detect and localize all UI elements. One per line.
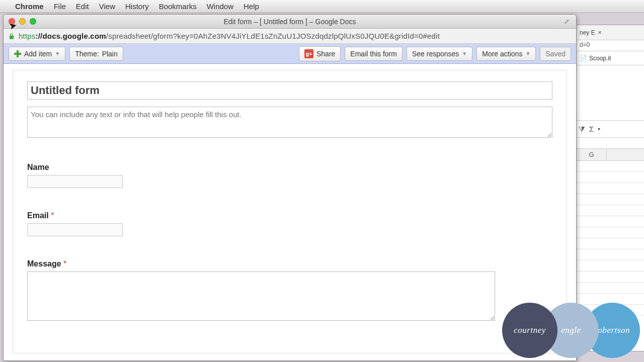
bg-bookmark-label[interactable]: Scoop.it — [589, 55, 611, 62]
question-label: Message * — [27, 259, 552, 268]
dropdown-caret-icon[interactable]: ▾ — [598, 126, 600, 132]
required-mark: * — [51, 211, 54, 220]
bg-row[interactable] — [577, 183, 644, 194]
email-input[interactable] — [27, 223, 123, 236]
theme-button[interactable]: Theme: Plain — [69, 47, 123, 61]
forms-toolbar: Add item ▼ Theme: Plain g+ Share Email t… — [4, 44, 576, 64]
bg-row[interactable] — [577, 283, 644, 294]
chevron-down-icon: ▼ — [462, 51, 467, 56]
lock-icon — [8, 32, 16, 40]
add-item-label: Add item — [24, 50, 52, 58]
bg-tabstrip: ney E × Co — [577, 25, 644, 40]
menubar-edit[interactable]: Edit — [76, 2, 89, 11]
question-label-text: Message — [27, 259, 61, 268]
sigma-icon[interactable]: Σ — [589, 125, 594, 133]
question-name[interactable]: Name — [27, 163, 552, 188]
bg-row[interactable] — [577, 238, 644, 249]
chrome-window: Edit form – [ Untitled form ] – Google D… — [3, 14, 577, 361]
form-title-input[interactable] — [27, 81, 552, 100]
message-input[interactable] — [27, 272, 495, 321]
question-message[interactable]: Message * — [27, 259, 552, 323]
expand-icon[interactable]: ⤢ — [564, 18, 572, 26]
bg-row[interactable] — [577, 227, 644, 238]
form-description-input[interactable] — [27, 107, 552, 138]
mac-menubar: Chrome File Edit View History Bookmarks … — [0, 0, 644, 13]
add-item-button[interactable]: Add item ▼ — [9, 47, 65, 61]
email-form-label: Email this form — [350, 50, 397, 58]
url-path: /spreadsheet/gform?key=0AhZe3NV4JiYLdE1s… — [106, 32, 440, 40]
question-label-text: Name — [27, 163, 49, 171]
url-host: ://docs.google.com — [36, 32, 106, 40]
url-scheme: https — [19, 32, 36, 40]
question-email[interactable]: Email * — [27, 211, 552, 236]
theme-label: Theme: — [75, 50, 99, 58]
saved-label: Saved — [545, 50, 566, 58]
watermark: courtney engle robertson — [502, 303, 640, 358]
plus-icon — [14, 50, 21, 57]
menubar-view[interactable]: View — [99, 2, 115, 11]
chevron-down-icon: ▼ — [55, 51, 60, 56]
share-button[interactable]: g+ Share — [299, 46, 341, 61]
question-label-text: Email — [27, 211, 49, 220]
form-canvas[interactable]: Name Email * Message * — [4, 64, 576, 360]
saved-indicator: Saved — [540, 47, 571, 61]
see-responses-button[interactable]: See responses ▼ — [407, 47, 472, 61]
bg-col-g[interactable]: G — [577, 149, 607, 160]
share-label: Share — [316, 50, 335, 58]
watermark-part-1: courtney — [502, 303, 557, 358]
bg-tab-1[interactable]: ney E — [580, 29, 595, 36]
bg-grid-rows — [577, 161, 644, 316]
more-actions-label: More actions — [482, 50, 522, 58]
window-title: Edit form – [ Untitled form ] – Google D… — [4, 18, 576, 26]
required-mark: * — [63, 259, 66, 268]
see-responses-label: See responses — [412, 50, 459, 58]
bg-row[interactable] — [577, 272, 644, 283]
bg-bookmark-bar: 📄 Scoop.it — [577, 51, 644, 65]
close-icon[interactable]: × — [598, 29, 602, 36]
question-label: Name — [27, 163, 552, 172]
bg-url-fragment: d=0 — [577, 40, 644, 51]
bg-formula-bar[interactable] — [577, 138, 644, 149]
theme-value: Plain — [102, 50, 118, 58]
bg-sheet-toolbar: ⧩ Σ ▾ — [577, 121, 644, 138]
question-label: Email * — [27, 211, 552, 220]
menubar-history[interactable]: History — [125, 2, 149, 11]
bg-column-headers: G — [577, 149, 644, 161]
bg-toolbar-space — [577, 65, 644, 121]
url-text[interactable]: https://docs.google.com/spreadsheet/gfor… — [19, 32, 440, 40]
bg-row[interactable] — [577, 172, 644, 183]
bg-row[interactable] — [577, 260, 644, 272]
menubar-bookmarks[interactable]: Bookmarks — [159, 2, 197, 11]
bg-row[interactable] — [577, 205, 644, 216]
menubar-app-name[interactable]: Chrome — [15, 2, 44, 11]
chevron-down-icon: ▼ — [525, 51, 530, 56]
form-body: Name Email * Message * — [13, 70, 567, 353]
filter-icon[interactable]: ⧩ — [579, 125, 585, 134]
address-bar[interactable]: https://docs.google.com/spreadsheet/gfor… — [4, 29, 576, 44]
gplus-icon: g+ — [304, 49, 313, 58]
name-input[interactable] — [27, 175, 123, 188]
menubar-file[interactable]: File — [54, 2, 66, 11]
bg-row[interactable] — [577, 161, 644, 172]
window-titlebar[interactable]: Edit form – [ Untitled form ] – Google D… — [4, 15, 576, 29]
bg-row[interactable] — [577, 216, 644, 227]
email-form-button[interactable]: Email this form — [345, 47, 403, 61]
page-icon: 📄 — [580, 55, 587, 62]
bg-row[interactable] — [577, 194, 644, 205]
menubar-help[interactable]: Help — [244, 2, 259, 11]
more-actions-button[interactable]: More actions ▼ — [476, 47, 536, 61]
bg-row[interactable] — [577, 249, 644, 260]
menubar-window[interactable]: Window — [207, 2, 233, 11]
